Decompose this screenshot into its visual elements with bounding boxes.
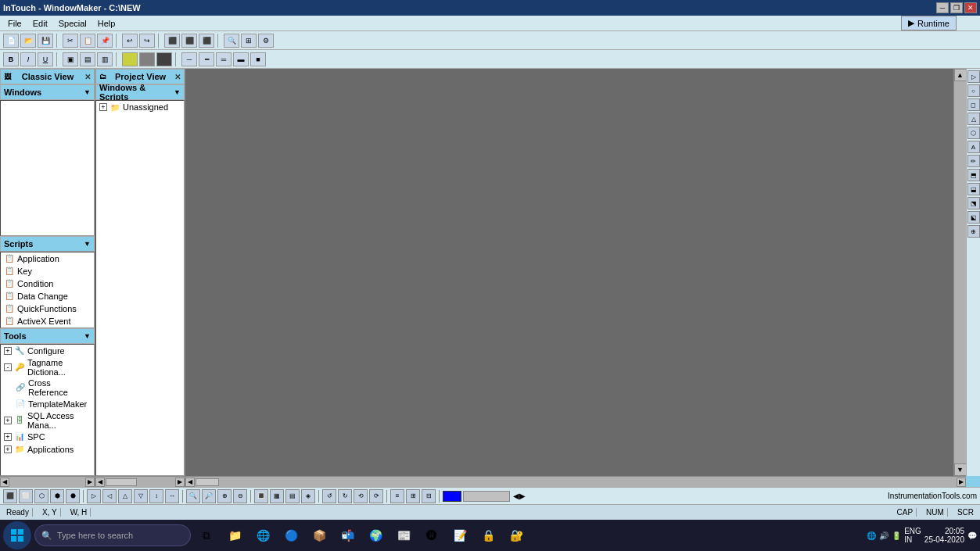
rt-tool9[interactable]: ⬓ — [967, 183, 980, 195]
bt6[interactable]: ▷ — [87, 489, 101, 503]
start-button[interactable] — [3, 521, 31, 549]
rt-tool11[interactable]: ⬕ — [967, 211, 980, 224]
runtime-button[interactable]: ▶ Runtime — [901, 16, 957, 30]
app3-btn[interactable]: 🌍 — [363, 523, 388, 548]
bt17[interactable]: ▦ — [270, 489, 284, 503]
minimize-button[interactable]: ─ — [936, 2, 949, 13]
rt-tool3[interactable]: ◻ — [967, 98, 980, 111]
left-hscroll[interactable]: ◀ ▶ — [0, 476, 95, 487]
bt19[interactable]: ◈ — [301, 489, 315, 503]
grid-btn[interactable]: ⊞ — [241, 34, 257, 48]
vscroll-down[interactable]: ▼ — [954, 463, 967, 476]
bt23[interactable]: ⟳ — [369, 489, 383, 503]
bt26[interactable]: ⊟ — [422, 489, 436, 503]
proj-hscroll-left[interactable]: ◀ — [95, 478, 105, 487]
proj-hscroll-right[interactable]: ▶ — [175, 478, 185, 487]
tool-crossref[interactable]: 🔗 Cross Reference — [1, 377, 94, 398]
system-clock[interactable]: 20:05 25-04-2020 — [924, 527, 964, 544]
format3-btn[interactable]: ▥ — [97, 52, 113, 66]
line5-btn[interactable]: ■ — [250, 52, 266, 66]
menu-file[interactable]: File — [3, 17, 27, 30]
tool-configure-expander[interactable]: + — [4, 347, 12, 355]
line4-btn[interactable]: ▬ — [233, 52, 249, 66]
app6-btn[interactable]: 📝 — [447, 523, 472, 548]
bt4[interactable]: ⬢ — [50, 489, 64, 503]
bt11[interactable]: ↔ — [165, 489, 179, 503]
color2-btn[interactable] — [139, 52, 155, 66]
tool-applications[interactable]: + 📁 Applications — [1, 443, 94, 456]
tool-apps-expander[interactable]: + — [4, 445, 12, 453]
redo-btn[interactable]: ↪ — [139, 34, 155, 48]
new-btn[interactable]: 📄 — [3, 34, 19, 48]
scripts-section[interactable]: Scripts ▼ — [0, 236, 95, 252]
tool-tagname-expander[interactable]: - — [4, 363, 12, 371]
script-quickfunctions[interactable]: 📋 QuickFunctions — [1, 302, 94, 315]
rt-tool2[interactable]: ○ — [967, 84, 980, 97]
script-activex[interactable]: 📋 ActiveX Event — [1, 315, 94, 327]
bt20[interactable]: ↺ — [322, 489, 336, 503]
ws-section[interactable]: Windows & Scripts ▼ — [95, 84, 185, 100]
bt13[interactable]: 🔎 — [202, 489, 216, 503]
bt1[interactable]: ⬛ — [3, 489, 17, 503]
canvas-hscroll-right[interactable]: ▶ — [957, 478, 966, 487]
rt-tool6[interactable]: A — [967, 141, 980, 153]
canvas-vscroll[interactable]: ▲ ▼ — [953, 69, 966, 476]
bt10[interactable]: ↕ — [149, 489, 163, 503]
project-view-close[interactable]: ✕ — [174, 73, 181, 81]
vscroll-up[interactable]: ▲ — [954, 69, 967, 81]
app7-btn[interactable]: 🔒 — [476, 523, 501, 548]
app4-btn[interactable]: 📰 — [391, 523, 416, 548]
rt-tool8[interactable]: ⬒ — [967, 169, 980, 181]
underline-btn[interactable]: U — [38, 52, 53, 66]
zoom-control[interactable] — [463, 491, 510, 502]
cut-btn[interactable]: ✂ — [63, 34, 78, 48]
script-condition[interactable]: 📋 Condition — [1, 277, 94, 290]
align-center-btn[interactable]: ⬛ — [181, 34, 197, 48]
app8-btn[interactable]: 🔐 — [504, 523, 529, 548]
close-button[interactable]: ✕ — [964, 2, 977, 13]
app1-btn[interactable]: 📦 — [307, 523, 332, 548]
bt2[interactable]: ⬜ — [19, 489, 33, 503]
file-explorer-btn[interactable]: 📁 — [222, 523, 247, 548]
keyboard-layout[interactable]: ENGIN — [904, 527, 921, 544]
rt-tool12[interactable]: ⊕ — [967, 225, 980, 238]
save-btn[interactable]: 💾 — [38, 34, 53, 48]
bt14[interactable]: ⊕ — [217, 489, 232, 503]
bt22[interactable]: ⟲ — [354, 489, 368, 503]
canvas-hscroll[interactable]: ◀ ▶ — [185, 476, 966, 487]
notification-icon[interactable]: 💬 — [967, 531, 977, 540]
color3-btn[interactable] — [156, 52, 172, 66]
tool-templatemaker[interactable]: 📄 TemplateMaker — [1, 398, 94, 410]
unassigned-expander[interactable]: + — [99, 103, 107, 111]
script-datachange[interactable]: 📋 Data Change — [1, 290, 94, 302]
color1-btn[interactable] — [122, 52, 138, 66]
line1-btn[interactable]: ─ — [181, 52, 197, 66]
hscroll-left[interactable]: ◀ — [0, 478, 9, 487]
bt25[interactable]: ⊞ — [406, 489, 420, 503]
rt-tool4[interactable]: △ — [967, 113, 980, 125]
tool-spc-expander[interactable]: + — [4, 433, 12, 441]
edge-btn[interactable]: 🌐 — [250, 523, 275, 548]
rt-tool5[interactable]: ⬡ — [967, 127, 980, 139]
tool-tagname[interactable]: - 🔑 Tagname Dictiona... — [1, 357, 94, 377]
copy-btn[interactable]: 📋 — [80, 34, 95, 48]
paste-btn[interactable]: 📌 — [97, 34, 113, 48]
format1-btn[interactable]: ▣ — [63, 52, 78, 66]
taskbar-search-box[interactable]: 🔍 Type here to search — [34, 524, 191, 546]
project-hscroll[interactable]: ◀ ▶ — [95, 476, 185, 487]
bt15[interactable]: ⊖ — [233, 489, 247, 503]
rt-tool1[interactable]: ▷ — [967, 70, 980, 83]
project-unassigned[interactable]: + 📁 Unassigned — [96, 101, 184, 113]
undo-btn[interactable]: ↩ — [122, 34, 138, 48]
app5-btn[interactable]: 🅦 — [419, 523, 444, 548]
tool-sql[interactable]: + 🗄 SQL Access Mana... — [1, 410, 94, 431]
color-swatch[interactable] — [443, 491, 461, 502]
bt9[interactable]: ▽ — [134, 489, 148, 503]
bt8[interactable]: △ — [118, 489, 132, 503]
windows-section[interactable]: Windows ▼ — [0, 84, 95, 100]
rt-tool10[interactable]: ⬔ — [967, 197, 980, 209]
zoom-btn[interactable]: 🔍 — [224, 34, 239, 48]
italic-btn[interactable]: I — [20, 52, 36, 66]
format2-btn[interactable]: ▤ — [80, 52, 95, 66]
restore-button[interactable]: ❐ — [950, 2, 963, 13]
